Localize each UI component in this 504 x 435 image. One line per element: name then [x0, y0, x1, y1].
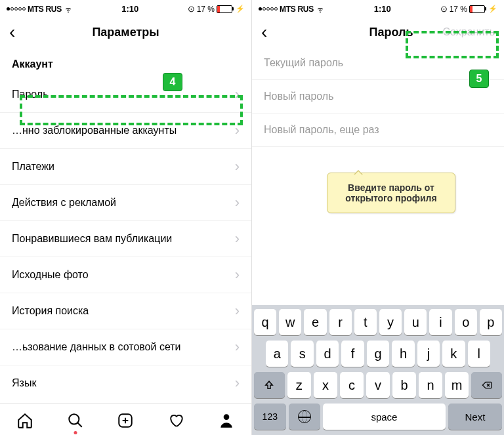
chevron-right-icon: ›: [235, 266, 240, 283]
signal-dots-icon: [7, 7, 26, 10]
battery-percent: 17 %: [450, 5, 467, 14]
current-password-field[interactable]: [252, 47, 504, 80]
key-o[interactable]: o: [455, 309, 477, 335]
navbar: ‹ Пароль Сохранить: [252, 18, 504, 47]
navbar: ‹ Параметры: [0, 18, 251, 47]
key-w[interactable]: w: [279, 309, 301, 335]
key-e[interactable]: e: [304, 309, 326, 335]
chevron-right-icon: ›: [235, 375, 240, 392]
row-label: Пароль: [12, 89, 49, 100]
key-j[interactable]: j: [417, 341, 440, 367]
wifi-icon: [316, 5, 325, 14]
save-button[interactable]: Сохранить: [438, 24, 499, 41]
key-p[interactable]: p: [480, 309, 502, 335]
key-g[interactable]: g: [367, 341, 389, 367]
settings-row-payments[interactable]: Платежи ›: [0, 149, 251, 185]
new-password-input[interactable]: [264, 91, 492, 102]
key-m[interactable]: m: [445, 372, 469, 398]
chevron-right-icon: ›: [235, 302, 240, 320]
key-q[interactable]: q: [254, 309, 276, 335]
callout-tooltip: Введите пароль от открытого профиля: [327, 173, 455, 213]
step-badge-4: 4: [163, 73, 182, 91]
repeat-password-field[interactable]: [252, 114, 504, 147]
settings-row-data-usage[interactable]: …ьзование данных в сотовой сети ›: [0, 329, 251, 365]
charging-icon: ⚡: [236, 5, 245, 13]
row-label: Платежи: [12, 161, 54, 173]
chevron-right-icon: ›: [235, 194, 240, 211]
key-c[interactable]: c: [340, 372, 364, 398]
status-time: 1:10: [374, 4, 391, 14]
repeat-password-input[interactable]: [264, 124, 492, 136]
row-label: История поиска: [12, 305, 89, 317]
next-key[interactable]: Next: [448, 404, 502, 430]
svg-point-5: [223, 414, 229, 420]
battery-icon: [469, 5, 486, 13]
key-u[interactable]: u: [404, 309, 427, 335]
status-bar: MTS RUS 1:10 ⊙ 17 % ⚡: [0, 0, 251, 18]
key-y[interactable]: y: [379, 309, 402, 335]
chevron-right-icon: ›: [235, 230, 240, 247]
current-password-input[interactable]: [264, 57, 492, 69]
section-header: Аккаунт: [0, 47, 251, 77]
shift-key[interactable]: [254, 372, 285, 398]
status-time: 1:10: [121, 4, 138, 14]
tab-bar: [0, 404, 251, 435]
row-label: Понравившиеся вам публикации: [12, 233, 172, 245]
alarm-icon: ⊙: [188, 4, 195, 14]
svg-line-1: [77, 423, 82, 427]
space-key[interactable]: space: [323, 404, 446, 430]
chevron-right-icon: ›: [235, 122, 240, 139]
key-b[interactable]: b: [392, 372, 416, 398]
key-v[interactable]: v: [366, 372, 390, 398]
left-screen: MTS RUS 1:10 ⊙ 17 % ⚡ ‹ Параметры Аккаун…: [0, 0, 252, 435]
key-t[interactable]: t: [354, 309, 377, 335]
carrier-label: MTS RUS: [280, 5, 314, 14]
numbers-key[interactable]: 123: [254, 404, 286, 430]
key-i[interactable]: i: [429, 309, 452, 335]
globe-key[interactable]: [289, 404, 321, 430]
key-s[interactable]: s: [291, 341, 313, 367]
key-n[interactable]: n: [419, 372, 442, 398]
settings-row-liked[interactable]: Понравившиеся вам публикации ›: [0, 221, 251, 257]
row-label: …ьзование данных в сотовой сети: [12, 341, 181, 353]
back-icon[interactable]: ‹: [261, 23, 267, 41]
key-x[interactable]: x: [314, 372, 337, 398]
key-z[interactable]: z: [287, 372, 311, 398]
profile-tab-icon[interactable]: [218, 412, 235, 429]
add-tab-icon[interactable]: [117, 412, 134, 429]
row-label: Язык: [12, 377, 36, 389]
row-label: Исходные фото: [12, 269, 89, 281]
settings-row-ads[interactable]: Действия с рекламой ›: [0, 185, 251, 221]
row-label: …нно заблокированные аккаунты: [12, 125, 177, 136]
settings-row-blocked[interactable]: …нно заблокированные аккаунты ›: [0, 113, 251, 149]
status-bar: MTS RUS 1:10 ⊙ 17 % ⚡: [252, 0, 504, 18]
key-f[interactable]: f: [341, 341, 364, 367]
wifi-icon: [64, 5, 73, 14]
activity-tab-icon[interactable]: [167, 412, 184, 429]
key-a[interactable]: a: [266, 341, 288, 367]
key-h[interactable]: h: [392, 341, 414, 367]
home-tab-icon[interactable]: [16, 412, 33, 429]
carrier-label: MTS RUS: [28, 5, 62, 14]
chevron-right-icon: ›: [235, 339, 240, 356]
chevron-right-icon: ›: [235, 86, 240, 103]
back-icon[interactable]: ‹: [9, 23, 15, 41]
alarm-icon: ⊙: [440, 4, 448, 14]
battery-icon: [217, 5, 234, 13]
globe-icon: [298, 410, 311, 423]
key-r[interactable]: r: [329, 309, 352, 335]
key-l[interactable]: l: [468, 341, 490, 367]
key-k[interactable]: k: [442, 341, 465, 367]
settings-row-password[interactable]: Пароль ›: [0, 77, 251, 113]
step-badge-5: 5: [469, 70, 489, 88]
new-password-field[interactable]: [252, 80, 504, 114]
search-tab-icon[interactable]: [67, 412, 84, 429]
backspace-key[interactable]: [471, 372, 502, 398]
key-d[interactable]: d: [316, 341, 339, 367]
battery-percent: 17 %: [197, 5, 215, 14]
settings-row-search-history[interactable]: История поиска ›: [0, 293, 251, 329]
row-label: Действия с рекламой: [12, 197, 116, 209]
settings-row-language[interactable]: Язык ›: [0, 365, 251, 401]
settings-content: Аккаунт Пароль › …нно заблокированные ак…: [0, 47, 251, 404]
settings-row-original-photos[interactable]: Исходные фото ›: [0, 257, 251, 293]
